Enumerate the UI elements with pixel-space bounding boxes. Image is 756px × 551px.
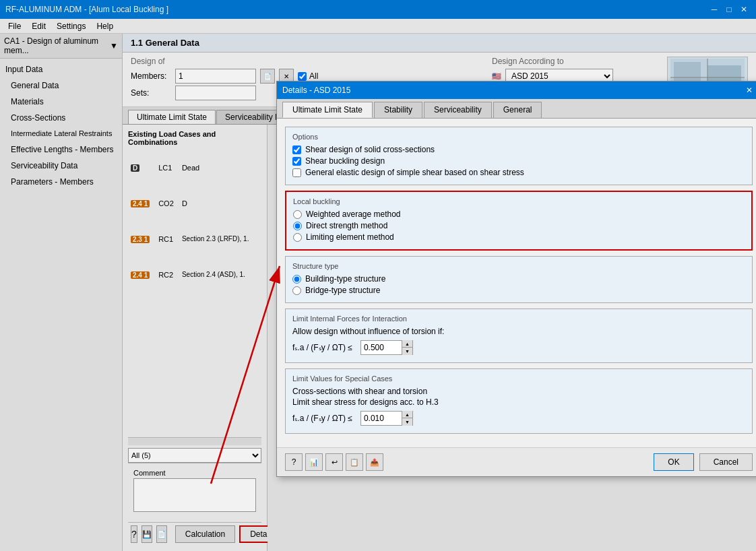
direct-strength-radio[interactable] [293, 222, 302, 230]
option-shear-buckling: Shear buckling design [292, 156, 745, 166]
dialog-tab-serviceability[interactable]: Serviceability [424, 102, 492, 118]
dialog-ok-button[interactable]: OK [654, 453, 693, 471]
dialog-cancel-button[interactable]: Cancel [699, 453, 753, 471]
limit-forces-input[interactable] [361, 341, 402, 354]
local-buckling-title: Local buckling [293, 197, 745, 205]
weighted-average-radio[interactable] [293, 210, 302, 219]
building-type-label: Building-type structure [305, 274, 385, 284]
shear-buckling-label: Shear buckling design [305, 156, 385, 166]
limit-forces-input-group: ▲ ▼ [360, 340, 413, 355]
structure-type-box: Structure type Building-type structure B… [285, 256, 753, 303]
bridge-type-label: Bridge-type structure [305, 286, 380, 295]
spinner-btns-2: ▲ ▼ [402, 411, 412, 426]
dialog-help-btn[interactable]: ? [285, 453, 303, 471]
limit-forces-box: Limit Internal Forces for Interaction Al… [285, 309, 753, 363]
limit-values-title: Limit Values for Special Cases [292, 375, 745, 383]
weighted-average-label: Weighted average method [306, 209, 401, 219]
structure-type-title: Structure type [292, 262, 745, 270]
spin-down-btn[interactable]: ▼ [402, 348, 412, 355]
option-weighted-average: Weighted average method [293, 209, 745, 219]
direct-strength-label: Direct strength method [306, 221, 387, 230]
shear-solid-label: Shear design of solid cross-sections [305, 145, 435, 154]
dialog-icon5-btn[interactable]: 📤 [366, 453, 383, 471]
limit-values-box: Limit Values for Special Cases Cross-sec… [285, 368, 753, 434]
dialog-icon3-btn[interactable]: ↩ [325, 453, 343, 471]
limiting-element-label: Limiting element method [306, 232, 394, 242]
limit-values-input[interactable] [361, 412, 402, 425]
details-dialog: Details - ASD 2015 ✕ Ultimate Limit Stat… [276, 81, 756, 477]
dialog-title-bar: Details - ASD 2015 ✕ [277, 82, 756, 99]
dialog-title: Details - ASD 2015 [282, 86, 350, 95]
limit-forces-title: Limit Internal Forces for Interaction [292, 315, 745, 323]
option-shear-solid: Shear design of solid cross-sections [292, 145, 745, 154]
shear-buckling-checkbox[interactable] [292, 157, 301, 166]
limit-forces-formula-row: fₛ.a / (Fₛy / ΩT) ≤ ▲ ▼ [292, 340, 745, 355]
spin-down-btn-2[interactable]: ▼ [402, 418, 412, 426]
dialog-icon2-btn[interactable]: 📊 [305, 453, 323, 471]
limit-values-desc: Cross-sections with shear and torsion [292, 387, 745, 396]
spin-up-btn-2[interactable]: ▲ [402, 411, 412, 418]
option-bridge-type: Bridge-type structure [292, 286, 745, 295]
dialog-tab-stability[interactable]: Stability [374, 102, 422, 118]
dialog-overlay: Details - ASD 2015 ✕ Ultimate Limit Stat… [0, 0, 756, 551]
limit-forces-desc: Allow design without influence of torsio… [292, 327, 745, 336]
limiting-element-radio[interactable] [293, 233, 302, 242]
option-limiting-element: Limiting element method [293, 232, 745, 242]
dialog-close-button[interactable]: ✕ [743, 84, 755, 96]
dialog-footer: ? 📊 ↩ 📋 📤 OK Cancel [277, 447, 756, 476]
limit-values-desc2: Limit shear stress for designs acc. to H… [292, 397, 745, 407]
option-building-type: Building-type structure [292, 274, 745, 284]
limit-values-formula-row: fₛ.a / (Fₛy / ΩT) ≤ ▲ ▼ [292, 411, 745, 426]
spin-up-btn[interactable]: ▲ [402, 340, 412, 348]
bridge-type-radio[interactable] [292, 286, 301, 295]
option-direct-strength: Direct strength method [293, 221, 745, 230]
dialog-footer-icons: ? 📊 ↩ 📋 📤 [285, 453, 648, 471]
option-general-elastic: General elastic design of simple shear b… [292, 168, 745, 177]
building-type-radio[interactable] [292, 275, 301, 284]
shear-solid-checkbox[interactable] [292, 145, 301, 154]
options-title: Options [292, 133, 745, 141]
general-elastic-checkbox[interactable] [292, 168, 301, 177]
dialog-icon4-btn[interactable]: 📋 [346, 453, 363, 471]
dialog-content: Options Shear design of solid cross-sect… [277, 119, 756, 447]
limit-values-input-group: ▲ ▼ [360, 411, 413, 426]
limit-forces-formula: fₛ.a / (Fₛy / ΩT) ≤ [292, 343, 352, 352]
local-buckling-box: Local buckling Weighted average method D… [285, 191, 753, 251]
general-elastic-label: General elastic design of simple shear b… [305, 168, 524, 177]
options-box: Options Shear design of solid cross-sect… [285, 127, 753, 185]
spinner-btns: ▲ ▼ [402, 340, 412, 355]
dialog-tabs: Ultimate Limit State Stability Serviceab… [277, 99, 756, 119]
limit-values-formula: fₛ.a / (Fₛy / ΩT) ≤ [292, 414, 352, 423]
dialog-tab-ultimate[interactable]: Ultimate Limit State [282, 102, 373, 118]
dialog-tab-general[interactable]: General [493, 102, 542, 118]
